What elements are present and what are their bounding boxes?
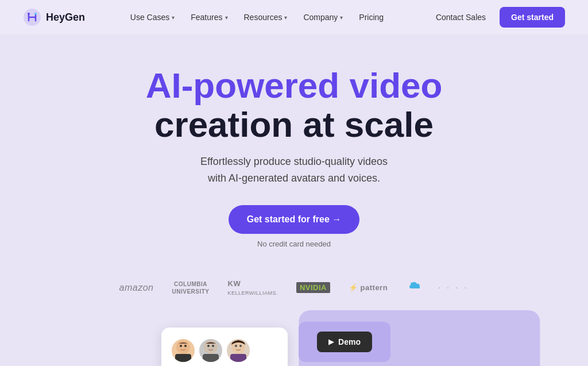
nav-use-cases[interactable]: Use Cases ▾ (123, 8, 181, 26)
svg-point-6 (184, 345, 187, 347)
hero-headline: AI-powered video creation at scale (11, 66, 577, 144)
logo-kw: KWKELLERWILLIAMS. (228, 279, 278, 296)
nav-features[interactable]: Features ▾ (184, 8, 234, 26)
svg-point-3 (176, 340, 190, 354)
avatar-face-2 (199, 338, 222, 363)
svg-point-5 (180, 345, 182, 347)
logo-link[interactable]: HeyGen (23, 8, 85, 26)
nav-actions: Contact Sales Get started (429, 7, 565, 28)
chevron-down-icon: ▾ (340, 14, 343, 21)
heygen-logo-icon (23, 8, 41, 26)
headline-purple: AI-powered video (146, 66, 443, 105)
svg-rect-4 (175, 354, 191, 363)
avatar-2 (198, 338, 223, 363)
avatar-1 (171, 338, 196, 363)
nav-pricing[interactable]: Pricing (352, 8, 390, 26)
demo-button[interactable]: ▶ Demo (317, 332, 372, 352)
logo-columbia: COLUMBIAUNIVERSITY (172, 280, 210, 295)
logo-amazon: amazon (119, 283, 154, 293)
svg-point-1 (28, 13, 30, 15)
headline-dark: creation at scale (154, 105, 434, 144)
demo-card: ▶ Demo (299, 322, 390, 362)
nav-company[interactable]: Company ▾ (296, 8, 350, 26)
chevron-down-icon: ▾ (225, 14, 228, 21)
hero-subheading: Effortlessly produce studio-quality vide… (11, 153, 577, 187)
chevron-down-icon: ▾ (284, 14, 287, 21)
svg-rect-12 (230, 354, 246, 363)
svg-point-14 (239, 345, 242, 347)
demo-section: ▶ Demo (0, 310, 588, 366)
contact-sales-link[interactable]: Contact Sales (429, 8, 493, 26)
avatars-card (161, 328, 288, 366)
brand-name: HeyGen (46, 11, 85, 24)
play-icon: ▶ (328, 338, 334, 346)
logo-salesforce (406, 282, 420, 294)
avatar-face-3 (227, 338, 250, 363)
logo-pattern: ⚡ pattern (349, 283, 388, 292)
salesforce-icon (406, 282, 420, 292)
svg-point-13 (235, 345, 237, 347)
logo-nvidia: NVIDIA (296, 282, 330, 293)
logos-strip: amazon COLUMBIAUNIVERSITY KWKELLERWILLIA… (0, 265, 588, 310)
avatar-3 (226, 338, 251, 363)
svg-point-9 (207, 345, 210, 347)
svg-rect-8 (203, 354, 219, 363)
navbar: HeyGen Use Cases ▾ Features ▾ Resources … (0, 0, 588, 34)
chevron-down-icon: ▾ (172, 14, 175, 21)
logo-extra: · · · · (438, 283, 469, 292)
cta-note: No credit card needed (11, 240, 577, 248)
avatar-row (171, 338, 251, 363)
svg-point-10 (212, 345, 214, 347)
get-started-button[interactable]: Get started (500, 7, 565, 28)
hero-section: AI-powered video creation at scale Effor… (0, 34, 588, 265)
nav-resources[interactable]: Resources ▾ (237, 8, 295, 26)
demo-label: Demo (338, 337, 361, 346)
svg-point-2 (34, 13, 37, 15)
hero-cta-button[interactable]: Get started for free → (229, 205, 359, 234)
avatar-face-1 (172, 338, 195, 363)
nav-links: Use Cases ▾ Features ▾ Resources ▾ Compa… (123, 8, 390, 26)
